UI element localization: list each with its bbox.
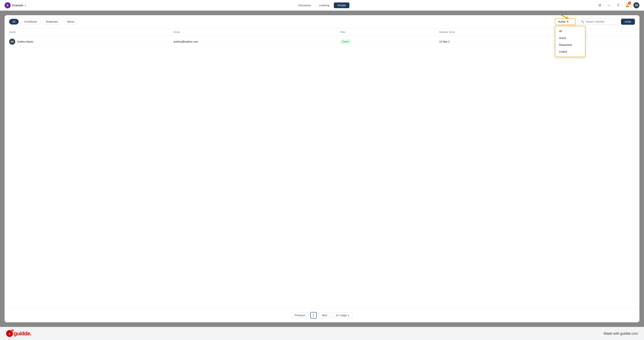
workspace-chevron-icon[interactable]: ▾ <box>25 4 26 7</box>
header-left: E Example ▾ <box>4 2 322 8</box>
status-option-requested[interactable]: Requested <box>555 41 585 48</box>
member-role: Owner <box>336 36 435 47</box>
status-option-invited[interactable]: Invited <box>555 48 585 55</box>
user-avatar[interactable]: AB <box>633 2 640 8</box>
search-input[interactable] <box>586 20 616 23</box>
col-email: Email <box>169 28 336 36</box>
settings-button[interactable]: ⚙ <box>597 2 603 8</box>
nav-tab-discussion[interactable]: Discussion <box>294 2 315 8</box>
per-page-label: 10 / page <box>336 314 346 317</box>
next-button[interactable]: Next <box>318 313 330 318</box>
toolbar: All Contributor Moderator Admin Active ▾ <box>4 15 640 28</box>
role-badge: Owner <box>340 39 351 44</box>
invite-button[interactable]: Invite <box>621 19 635 25</box>
per-page-button[interactable]: 10 / page ∨ <box>332 313 352 318</box>
search-field[interactable]: 🔍 <box>578 19 619 25</box>
nav-tab-people[interactable]: People <box>334 2 350 8</box>
footer-logo-initials: g <box>9 332 10 335</box>
header-right: ⚙ ⌂ ⠿ 🔔 2 AB <box>322 2 640 8</box>
footer-made-with: Made with guidde.com <box>604 332 638 336</box>
status-option-active[interactable]: Active <box>555 35 585 41</box>
current-page[interactable]: 1 <box>310 312 317 319</box>
workspace-name: Example <box>12 3 23 7</box>
filter-all-button[interactable]: All <box>9 19 19 24</box>
home-button[interactable]: ⌂ <box>606 2 612 8</box>
footer: g 2 guidde. Made with guidde.com <box>0 327 644 340</box>
col-name: Name <box>4 28 169 36</box>
member-since: 13 Mar 2 <box>435 36 558 47</box>
col-role: Role <box>336 28 435 36</box>
status-dropdown-button[interactable]: Active ▾ <box>555 18 576 25</box>
member-name-cell: AB Andrea Basto <box>4 36 169 47</box>
status-selected-label: Active <box>558 20 566 23</box>
status-chevron-icon: ▾ <box>567 20 568 23</box>
notification-badge: 2 <box>628 1 631 4</box>
nav-tabs: Discussion Learning People <box>294 2 350 8</box>
main-content: All Contributor Moderator Admin Active ▾ <box>0 11 644 327</box>
notifications-button[interactable]: 🔔 2 <box>624 2 630 8</box>
nav-tab-learning[interactable]: Learning <box>316 2 333 8</box>
workspace-logo: E <box>4 2 11 8</box>
header: E Example ▾ Discussion Learning People ⚙… <box>0 0 644 11</box>
pagination: Previous 1 Next 10 / page ∨ <box>4 308 640 322</box>
footer-logo-icon: g 2 <box>6 330 13 337</box>
filter-admin-button[interactable]: Admin <box>64 19 78 24</box>
status-dropdown[interactable]: Active ▾ All Active Requested Invited <box>555 18 576 25</box>
footer-logo: g 2 guidde. <box>6 330 32 337</box>
col-member-since: Member Since <box>435 28 558 36</box>
search-icon: 🔍 <box>581 20 584 23</box>
content-card: All Contributor Moderator Admin Active ▾ <box>4 15 640 322</box>
members-table: Name Email Role Member Since Status AB A… <box>4 28 640 47</box>
footer-brand-name: guidde. <box>14 331 32 337</box>
status-dropdown-menu: All Active Requested Invited <box>555 26 586 57</box>
footer-badge: 2 <box>11 329 14 332</box>
previous-button[interactable]: Previous <box>291 313 308 318</box>
filter-contributor-button[interactable]: Contributor <box>21 19 40 24</box>
per-page-chevron-icon: ∨ <box>348 314 350 317</box>
member-email: andrea@topline.com <box>169 36 336 47</box>
member-avatar: AB <box>9 39 15 45</box>
status-option-all[interactable]: All <box>555 28 585 35</box>
apps-button[interactable]: ⠿ <box>615 2 621 8</box>
table-row: AB Andrea Basto andrea@topline.com Owner… <box>4 36 640 47</box>
filter-moderator-button[interactable]: Moderator <box>43 19 62 24</box>
members-table-wrap: Name Email Role Member Since Status AB A… <box>4 28 640 308</box>
member-name: Andrea Basto <box>17 40 33 43</box>
